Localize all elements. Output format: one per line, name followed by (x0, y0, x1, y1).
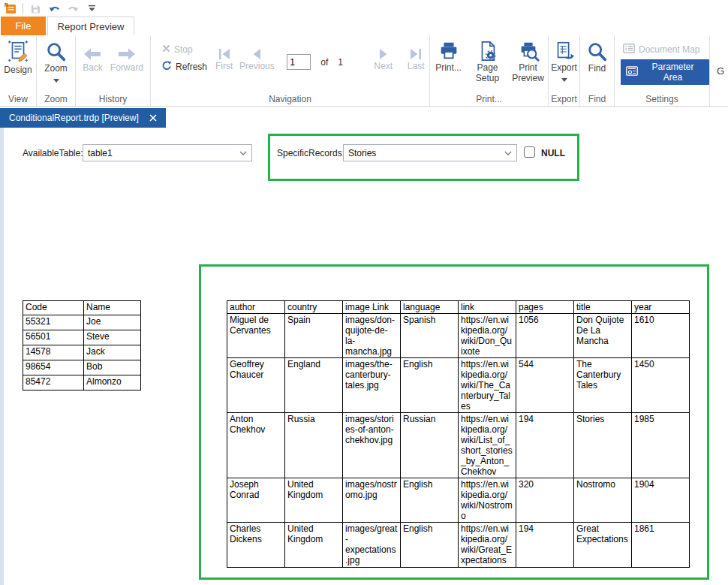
design-button[interactable]: Design (4, 39, 32, 75)
table-cell: https://en.wikipedia.org/wiki/Great_Expe… (459, 523, 516, 568)
table-row: 85472Almonzo (23, 375, 141, 391)
first-page-button[interactable]: First (211, 47, 238, 71)
table-cell: 1450 (632, 358, 690, 413)
table-cell: 1056 (516, 314, 574, 358)
refresh-icon (162, 61, 172, 73)
table-cell: Stories (574, 413, 632, 478)
codes-table: CodeName55321Joe56501Steve14578Jack98654… (23, 300, 141, 391)
table-cell: Spanish (401, 314, 459, 358)
tab-report-preview[interactable]: Report Preview (47, 17, 134, 35)
back-label: Back (83, 62, 103, 73)
zoom-label: Zoom (44, 63, 68, 74)
page-setup-button[interactable]: Page Setup (471, 40, 504, 83)
page-number-input[interactable] (287, 54, 311, 70)
table-cell: English (401, 478, 459, 523)
null-checkbox[interactable] (524, 146, 535, 158)
forward-arrow-icon (117, 46, 137, 62)
close-icon[interactable] (149, 114, 157, 122)
next-page-icon (376, 47, 391, 61)
document-tab-conditionalreport[interactable]: ConditionalReport.trdp [Preview] (0, 108, 166, 128)
export-button[interactable]: Export (551, 40, 577, 84)
table-cell: 320 (516, 478, 574, 523)
toolbar-separator (23, 3, 23, 14)
table-cell: United Kingdom (285, 478, 343, 523)
previous-page-button[interactable]: Previous (238, 47, 277, 71)
ribbon-group-zoom: Zoom Zoom (37, 35, 76, 106)
column-header: title (574, 301, 632, 314)
document-map-button[interactable]: Document Map (621, 43, 702, 56)
page-setup-icon (477, 40, 499, 62)
forward-button[interactable]: Forward (110, 46, 143, 73)
report-preview-area: AvailableTable: table1 SpecificRecords: … (0, 128, 728, 585)
table-cell: 14578 (23, 345, 84, 360)
first-page-label: First (215, 61, 233, 71)
table-cell: https://en.wikipedia.org/wiki/Don_Quixot… (459, 314, 516, 358)
print-preview-button[interactable]: Print Preview (510, 40, 547, 83)
back-button[interactable]: Back (83, 46, 103, 73)
table-row: 56501Steve (23, 330, 141, 345)
table-cell: 85472 (23, 375, 84, 391)
ribbon-group-export: Export Export (549, 35, 580, 106)
table-cell: England (285, 358, 343, 413)
table-cell: images/stories-of-anton-chekhov.jpg (343, 413, 401, 478)
page-of-label: of (320, 57, 328, 68)
table-row: Charles DickensUnited Kingdomimages/grea… (227, 523, 690, 568)
print-icon (438, 40, 460, 62)
stop-label: Stop (174, 44, 193, 55)
stop-button[interactable]: Stop (160, 44, 211, 56)
undo-icon[interactable] (47, 2, 61, 15)
ribbon-group-history: Back Forward History (76, 35, 151, 106)
column-header: country (285, 301, 343, 314)
customize-quick-access-icon[interactable] (85, 2, 98, 15)
first-page-icon (217, 47, 232, 61)
table-cell: Russia (285, 413, 343, 478)
table-cell: Anton Chekhov (227, 413, 285, 478)
table-cell: Geoffrey Chaucer (227, 358, 285, 413)
ribbon-group-find: Find Find (580, 35, 615, 106)
table-row: Miguel de CervantesSpainimages/don-quijo… (227, 314, 690, 358)
table-row: 55321Joe (23, 315, 141, 330)
save-icon[interactable] (29, 2, 42, 15)
table-header-row: authorcountryimage Linklanguagelinkpages… (227, 301, 690, 314)
table-row: 98654Bob (23, 360, 141, 375)
group-label-zoom: Zoom (37, 94, 75, 104)
print-button[interactable]: Print... (432, 40, 466, 73)
column-header: pages (516, 301, 574, 314)
ribbon-overflow: G (710, 35, 728, 106)
page-setup-label: Page Setup (471, 62, 504, 83)
next-page-label: Next (374, 61, 393, 71)
table-cell: Bob (84, 360, 141, 375)
ribbon: Design View Zoom Zoom (0, 35, 728, 107)
ribbon-group-print: Print... Page Setup (430, 35, 549, 106)
zoom-button[interactable]: Zoom (44, 41, 68, 85)
ribbon-group-navigation: Stop Refresh (151, 35, 430, 106)
table-row: 14578Jack (23, 345, 141, 360)
available-table-combobox[interactable]: table1 (83, 144, 252, 161)
available-table-value: table1 (88, 148, 239, 158)
refresh-button[interactable]: Refresh (160, 60, 211, 74)
table-header-row: CodeName (23, 301, 141, 315)
find-button[interactable]: Find (586, 41, 609, 74)
table-cell: Almonzo (84, 375, 141, 391)
group-label-settings: Settings (615, 94, 709, 104)
print-preview-label: Print Preview (510, 62, 547, 83)
table-cell: 56501 (23, 330, 84, 345)
parameter-area-button[interactable]: Parameter Area (621, 59, 709, 85)
table-cell: 98654 (23, 360, 84, 375)
tab-file[interactable]: File (1, 17, 46, 35)
table-cell: 55321 (23, 315, 84, 330)
redo-icon[interactable] (66, 2, 80, 15)
specific-records-combobox[interactable]: Stories (343, 144, 517, 161)
document-tab-title: ConditionalReport.trdp [Preview] (9, 113, 139, 123)
svg-text:R: R (5, 2, 8, 8)
table-cell: Miguel de Cervantes (227, 314, 285, 358)
preview-left-edge (0, 128, 4, 585)
table-cell: 544 (516, 358, 574, 413)
print-preview-icon (517, 40, 540, 62)
last-page-button[interactable]: Last (402, 47, 429, 71)
table-cell: images/nostromo.jpg (343, 478, 401, 523)
forward-label: Forward (110, 62, 143, 73)
table-cell: English (401, 523, 459, 568)
back-arrow-icon (83, 46, 102, 62)
next-page-button[interactable]: Next (369, 47, 398, 71)
